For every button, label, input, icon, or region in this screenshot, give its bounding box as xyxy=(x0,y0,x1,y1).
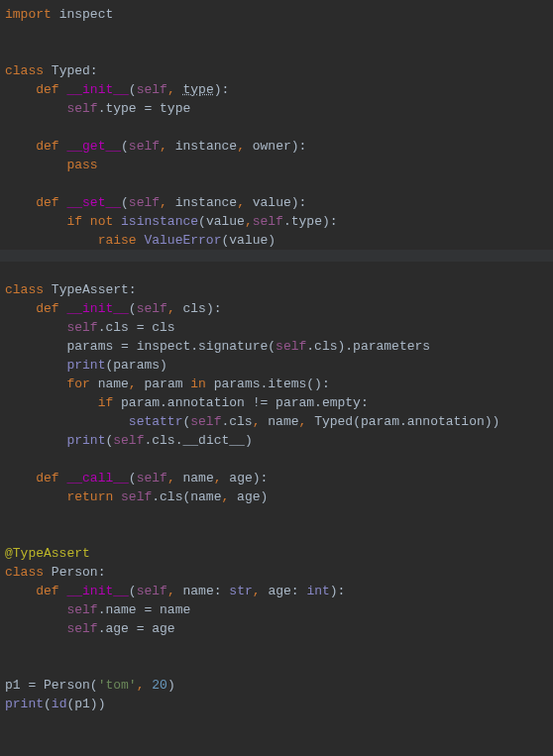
code-line: class Person: xyxy=(5,563,553,582)
code-line xyxy=(5,262,553,280)
code-line: self.cls = cls xyxy=(5,318,553,337)
code-line xyxy=(5,118,553,137)
code-line: import inspect xyxy=(5,5,553,24)
code-line xyxy=(5,525,553,544)
code-line: raise ValueError(value) xyxy=(5,231,553,250)
code-line: self.name = name xyxy=(5,600,553,619)
code-line xyxy=(5,174,553,193)
code-line: def __init__(self, cls): xyxy=(5,299,553,318)
code-line: def __call__(self, name, age): xyxy=(5,469,553,487)
code-line: return self.cls(name, age) xyxy=(5,487,553,506)
code-line: print(id(p1)) xyxy=(5,695,553,713)
code-line: print(params) xyxy=(5,356,553,375)
code-line: for name, param in params.items(): xyxy=(5,375,553,393)
code-line xyxy=(5,450,553,469)
code-line: def __get__(self, instance, owner): xyxy=(5,137,553,156)
code-line: def __set__(self, instance, value): xyxy=(5,193,553,212)
code-line: self.type = type xyxy=(5,99,553,118)
code-line: class TypeAssert: xyxy=(5,280,553,299)
code-line: params = inspect.signature(self.cls).par… xyxy=(5,337,553,356)
code-line: class Typed: xyxy=(5,61,553,80)
code-line: setattr(self.cls, name, Typed(param.anno… xyxy=(5,412,553,431)
code-line: def __init__(self, name: str, age: int): xyxy=(5,582,553,600)
code-line: @TypeAssert xyxy=(5,544,553,563)
code-line xyxy=(5,43,553,61)
code-line: self.age = age xyxy=(5,619,553,638)
code-line xyxy=(5,657,553,676)
code-editor[interactable]: import inspect class Typed: def __init__… xyxy=(5,5,553,713)
code-line: print(self.cls.__dict__) xyxy=(5,431,553,450)
code-line xyxy=(5,638,553,657)
code-line: if param.annotation != param.empty: xyxy=(5,393,553,412)
code-line: def __init__(self, type): xyxy=(5,80,553,99)
fold-separator xyxy=(0,250,553,262)
code-line: if not isinstance(value,self.type): xyxy=(5,212,553,231)
keyword-import: import xyxy=(5,7,52,22)
code-line: p1 = Person('tom', 20) xyxy=(5,676,553,695)
code-line xyxy=(5,24,553,43)
code-line: pass xyxy=(5,156,553,174)
code-line xyxy=(5,506,553,525)
